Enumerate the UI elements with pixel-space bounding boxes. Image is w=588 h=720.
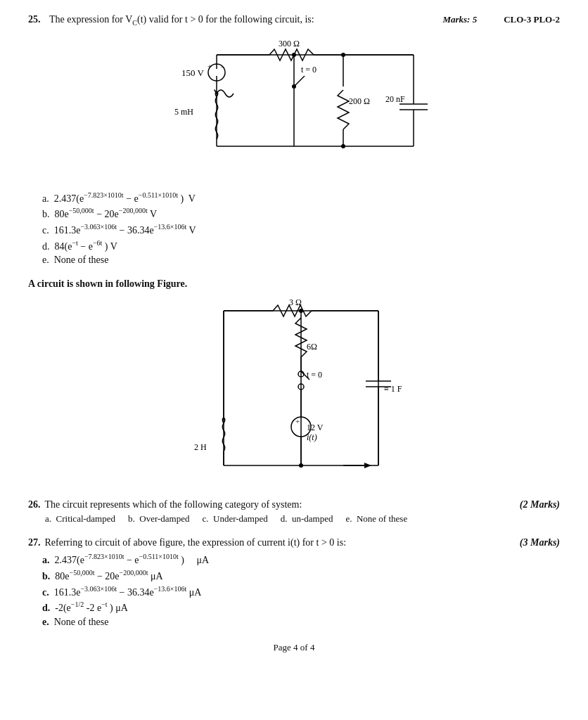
svg-text:i(t): i(t) [307,432,317,442]
q27-text: Referring to circuit of above figure, th… [45,537,347,548]
q26-option-b: b. Over-damped [128,513,189,525]
q27-option-c: c. 161.3e−3.063×106t − 36.34e−13.6×106t … [42,585,560,598]
circuit-2-label: A circuit is shown in following Figure. [28,278,560,290]
q27-marks: (3 Marks) [520,537,560,548]
question-27: 27. Referring to circuit of above figure… [28,537,560,628]
q27-option-a: a. 2.437(e−7.823×1010t − e−0.511×1010t )… [42,553,560,566]
svg-marker-55 [364,463,371,468]
q27-option-e: e. None of these [42,617,560,628]
q27-number: 27. [28,537,41,548]
q25-option-a: a. 2.437(e−7.823×1010t − e−0.511×1010t )… [42,191,560,205]
svg-text:−: − [221,63,224,70]
svg-text:12 V: 12 V [307,423,324,432]
q25-clo: CLO-3 PLO-2 [504,14,560,25]
q27-option-b: b. 80e−50,000t − 20e−200,000t μA [42,569,560,582]
q26-options: a. Critical-damped b. Over-damped c. Und… [45,513,560,525]
q26-number: 26. [28,499,41,510]
q26-option-e: e. None of these [345,513,407,525]
q26-marks: (2 Marks) [520,499,560,510]
q25-title: The expression for VC(t) valid for t > 0… [49,14,437,27]
svg-point-15 [292,53,296,57]
q25-option-e: e. None of these [42,255,560,266]
svg-text:+: + [295,417,300,425]
svg-point-22 [341,144,345,148]
q25-option-d: d. 84(e−t − e−6t ) V [42,239,560,252]
circuit-2-block: A circuit is shown in following Figure. … [28,278,560,487]
svg-text:6Ω: 6Ω [307,342,317,352]
svg-text:t = 0: t = 0 [307,370,322,380]
svg-text:150 V: 150 V [181,68,205,78]
q26-option-a: a. Critical-damped [45,513,115,525]
q25-marks: Marks: 5 [442,14,477,25]
svg-text:t = 0: t = 0 [301,65,317,75]
question-25: 25. The expression for VC(t) valid for t… [28,14,560,266]
svg-text:2 H: 2 H [194,442,207,452]
page-number: Page 4 of 4 [28,642,560,653]
circuit-1-diagram: + − 150 V 300 Ω t = 0 5 mH [28,34,560,181]
svg-point-39 [299,309,303,313]
svg-point-21 [341,53,345,57]
q26-option-d: d. un-damped [281,513,333,525]
q25-option-c: c. 161.3e−3.063×106t − 36.34e−13.6×106t … [42,223,560,236]
q25-number: 25. [28,14,44,25]
q25-option-b: b. 80e−50,000t − 20e−200,000t V [42,207,560,220]
q26-option-c: c. Under-damped [202,513,267,525]
question-26: 26. The circuit represents which of the … [28,499,560,525]
svg-text:≡ 1 F: ≡ 1 F [384,384,402,394]
svg-line-13 [294,76,305,86]
svg-text:300 Ω: 300 Ω [279,39,300,49]
q27-option-d: d. -2(e−1/2 -2 e−t ) μA [42,600,560,614]
svg-text:200 Ω: 200 Ω [349,96,370,106]
svg-text:+: + [207,62,212,70]
svg-text:5 mH: 5 mH [174,107,193,117]
svg-text:20 nF: 20 nF [385,94,405,104]
circuit-2-diagram: 3 Ω 6Ω t = 0 + [28,297,560,487]
q27-options: a. 2.437(e−7.823×1010t − e−0.511×1010t )… [42,553,560,628]
q26-text: The circuit represents which of the foll… [45,499,302,510]
q25-options: a. 2.437(e−7.823×1010t − e−0.511×1010t )… [42,191,560,266]
